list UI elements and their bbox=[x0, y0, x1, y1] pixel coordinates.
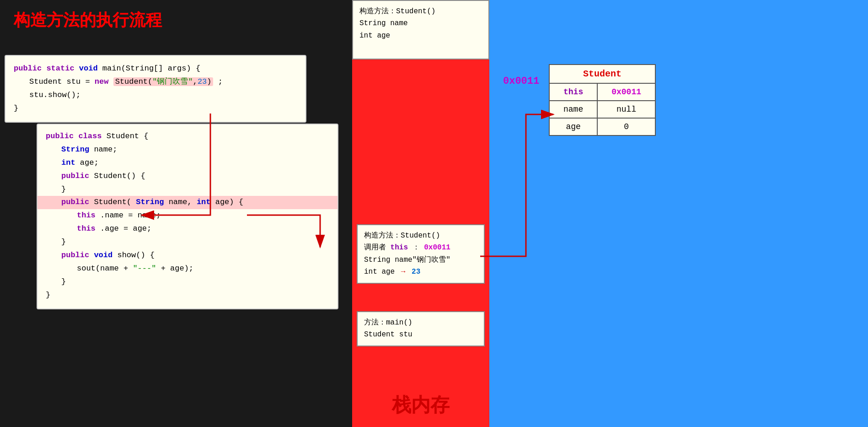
main-line-3: stu.show(); bbox=[14, 89, 297, 102]
main-method-card: public static void main(String[] args) {… bbox=[5, 55, 306, 123]
student-line-4: public Student() { bbox=[46, 170, 329, 183]
page-title: 构造方法的执行流程 bbox=[14, 9, 334, 32]
main-line-2: Student stu = new Student("钢门吹雪",23) ; bbox=[14, 76, 297, 89]
heap-address: 0x0011 bbox=[503, 76, 539, 87]
student-line-closing-1: } bbox=[46, 236, 329, 249]
main-line-4: } bbox=[14, 102, 297, 115]
student-line-closing-3: } bbox=[46, 289, 329, 302]
main-frame-line2: Student stu bbox=[364, 329, 477, 341]
constructor-frame-line3: String name"钢门吹雪" bbox=[364, 254, 477, 266]
heap-class-name: Student bbox=[549, 65, 655, 83]
stack-main-frame: 方法：main() Student stu bbox=[357, 311, 485, 346]
student-line-this-name: this .name = name; bbox=[46, 209, 329, 222]
heap-row-this: this 0x0011 bbox=[549, 83, 655, 101]
student-line-2: String name; bbox=[46, 143, 329, 157]
main-line-1: public static void main(String[] args) { bbox=[14, 62, 297, 76]
top-frame-line1: 构造方法：Student() bbox=[359, 5, 482, 17]
student-line-show-1: public void show() { bbox=[46, 249, 329, 262]
student-line-1: public class Student { bbox=[46, 130, 329, 143]
main-frame-line1: 方法：main() bbox=[364, 317, 477, 329]
heap-object-table: Student this 0x0011 name null age 0 bbox=[549, 64, 656, 136]
stack-panel: 构造方法：Student() String name int age 构造方法：… bbox=[352, 0, 489, 427]
heap-row-name: name null bbox=[549, 101, 655, 118]
stack-constructor-frame: 构造方法：Student() 调用者 this ： 0x0011 String … bbox=[357, 224, 485, 284]
stack-top-frame: 构造方法：Student() String name int age bbox=[352, 0, 489, 59]
constructor-frame-line1: 构造方法：Student() bbox=[364, 230, 477, 242]
heap-row-age: age 0 bbox=[549, 118, 655, 135]
student-line-this-age: this .age = age; bbox=[46, 222, 329, 236]
student-class-card: public class Student { String name; int … bbox=[37, 124, 338, 309]
constructor-frame-line2: 调用者 this ： 0x0011 bbox=[364, 242, 477, 254]
student-line-3: int age; bbox=[46, 157, 329, 170]
stack-label: 栈内存 bbox=[392, 392, 450, 418]
top-frame-line3: int age bbox=[359, 30, 482, 42]
left-panel: 构造方法的执行流程 public static void main(String… bbox=[0, 0, 348, 427]
student-line-closing-2: } bbox=[46, 276, 329, 289]
student-line-sout: sout(name + "---" + age); bbox=[46, 262, 329, 276]
top-frame-line2: String name bbox=[359, 17, 482, 29]
main-container: 构造方法的执行流程 public static void main(String… bbox=[0, 0, 868, 427]
student-line-5: } bbox=[46, 183, 329, 196]
constructor-frame-line4: int age → 23 bbox=[364, 266, 477, 278]
heap-panel: 0x0011 Student this 0x0011 name null age bbox=[489, 0, 868, 427]
student-line-highlighted: public Student( String name, int age) { bbox=[38, 196, 338, 209]
